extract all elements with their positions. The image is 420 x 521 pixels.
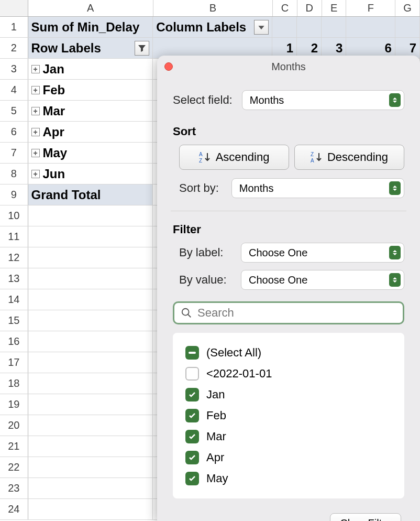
expand-icon[interactable]: + [31,170,40,178]
cell-a5[interactable]: + Mar [28,101,153,121]
row-header-9[interactable]: 9 [0,184,28,205]
expand-icon[interactable]: + [31,65,40,73]
check-item-label: May [206,472,228,485]
row-header-1[interactable]: 1 [0,17,28,37]
col-header-f[interactable]: F [346,0,395,16]
cell-d1[interactable] [297,17,322,37]
stepper-icon [389,181,401,195]
row-header-5[interactable]: 5 [0,101,28,121]
row-header-2[interactable]: 2 [0,38,28,58]
svg-marker-0 [258,26,264,29]
svg-line-14 [188,314,191,318]
checkbox-partial-icon[interactable] [185,346,199,360]
close-window-icon[interactable] [164,62,173,71]
check-item-label: Apr [206,451,224,464]
sort-ascending-label: Ascending [216,150,270,164]
cell-a8[interactable]: + Jun [28,164,153,184]
cell-a1[interactable]: Sum of Min_Delay [28,17,153,37]
month-label: Jun [43,167,65,181]
row-header-8[interactable]: 8 [0,164,28,184]
by-value-value: Choose One [249,274,307,286]
checkbox-checked-icon[interactable] [185,388,199,401]
cell-f1[interactable] [346,17,395,37]
svg-marker-1 [393,97,397,100]
expand-icon[interactable]: + [31,128,40,136]
sort-ascending-button[interactable]: AZ Ascending [179,145,289,170]
check-item-mar[interactable]: Mar [185,426,392,447]
row-labels-filter[interactable] [135,41,149,56]
check-item-apr[interactable]: Apr [185,447,392,468]
by-value-label: By value: [179,273,229,287]
svg-marker-12 [393,280,397,283]
expand-icon[interactable]: + [31,86,40,94]
column-headers: A B C D E F G [0,0,420,17]
col-header-c[interactable]: C [273,0,297,16]
stepper-icon [389,246,401,259]
cell-b1[interactable]: Column Labels [153,17,272,37]
select-field-dropdown[interactable]: Months [242,90,404,110]
sort-by-dropdown[interactable]: Months [231,178,404,198]
check-item-jan[interactable]: Jan [185,384,392,405]
svg-text:Z: Z [311,151,314,157]
by-label-dropdown[interactable]: Choose One [241,243,404,263]
check-item-select-all[interactable]: (Select All) [185,342,392,363]
clear-filter-button[interactable]: Clear Filter [330,513,401,521]
cell-a3[interactable]: + Jan [28,59,153,79]
panel-titlebar[interactable]: Months [157,56,420,78]
filter-panel: Months Select field: Months Sort AZ Asce… [157,56,420,521]
cell-a6[interactable]: + Apr [28,122,153,142]
col-header-a[interactable]: A [28,0,153,16]
stepper-icon [389,273,401,287]
row-header-4[interactable]: 4 [0,80,28,100]
filter-search[interactable] [173,301,404,324]
col-header-d[interactable]: D [297,0,322,16]
by-label-value: Choose One [249,247,307,259]
check-item-label: (Select All) [206,346,261,360]
cell-g1[interactable] [395,17,420,37]
col-header-g[interactable]: G [395,0,420,16]
col-header-b[interactable]: B [153,0,273,16]
expand-icon[interactable]: + [31,149,40,157]
select-field-value: Months [250,94,284,106]
check-item-may[interactable]: May [185,468,392,489]
cell-e1[interactable] [322,17,346,37]
checkbox-checked-icon[interactable] [185,451,199,464]
check-item-label: Feb [206,409,226,422]
filter-section-title: Filter [173,223,404,236]
checkbox-checked-icon[interactable] [185,409,199,422]
svg-marker-2 [393,101,397,103]
search-icon [181,307,192,319]
row-header-3[interactable]: 3 [0,59,28,79]
month-label: Feb [43,83,65,97]
checkbox-checked-icon[interactable] [185,430,199,443]
sort-descending-label: Descending [327,150,388,164]
check-item-before-2022[interactable]: <2022-01-01 [185,363,392,384]
sort-descending-button[interactable]: ZA Descending [294,145,404,170]
cell-a2-text: Row Labels [31,41,101,56]
cell-a9[interactable]: Grand Total [28,184,153,205]
expand-icon[interactable]: + [31,107,40,115]
check-item-label: <2022-01-01 [206,367,272,381]
cell-c1[interactable] [272,17,297,37]
sort-section-title: Sort [173,125,404,138]
check-item-feb[interactable]: Feb [185,405,392,426]
cell-a2[interactable]: Row Labels [28,38,153,58]
checkbox-checked-icon[interactable] [185,472,199,485]
filter-checklist: (Select All) <2022-01-01 Jan Feb Mar Apr [173,333,404,498]
cell-a4[interactable]: + Feb [28,80,153,100]
svg-marker-7 [393,186,397,188]
select-all-corner[interactable] [0,0,28,16]
checkbox-unchecked-icon[interactable] [185,367,199,381]
check-item-label: Mar [206,430,226,443]
column-labels-dropdown[interactable] [254,20,269,35]
col-header-e[interactable]: E [322,0,347,16]
cell-a7[interactable]: + May [28,143,153,163]
row-header-6[interactable]: 6 [0,122,28,142]
check-item-label: Jan [206,388,225,401]
panel-title: Months [157,61,420,73]
search-input[interactable] [197,306,396,320]
by-value-dropdown[interactable]: Choose One [241,270,404,290]
stepper-icon [389,93,401,107]
row-header-7[interactable]: 7 [0,143,28,163]
svg-point-13 [182,309,189,316]
